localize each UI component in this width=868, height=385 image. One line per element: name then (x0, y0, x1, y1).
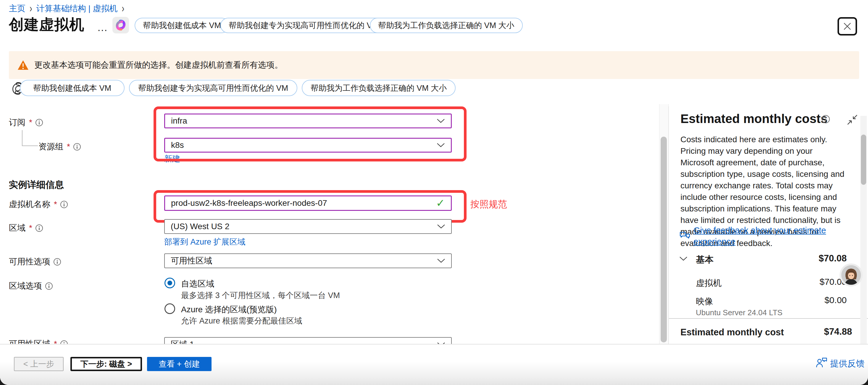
availability-options-label: 可用性选项 (9, 256, 61, 267)
resource-group-value: k8s (171, 140, 184, 150)
suggestion-vm-size-button[interactable]: 帮助我为工作负载选择正确的 VM 大小 (302, 80, 456, 96)
suggestion-low-cost-button[interactable]: 帮助我创建低成本 VM (20, 80, 125, 96)
chevron-down-icon[interactable] (679, 256, 687, 261)
availability-zone-label: 可用性区域* (9, 338, 68, 344)
page-title: 创建虚拟机 (9, 15, 84, 35)
radio-azure-selected-zones-description: 允许 Azure 根据需要分配最佳区域 (181, 316, 302, 326)
subscription-label: 订阅* (9, 117, 43, 128)
copilot-button[interactable] (113, 17, 129, 33)
region-select[interactable]: (US) West US 2 (164, 219, 452, 234)
vm-name-input[interactable]: prod-usw2-k8s-freeleaps-worker-nodes-07 … (164, 195, 452, 211)
cost-panel-title: Estimated monthly costs (680, 112, 828, 126)
next-disks-button[interactable]: 下一步: 磁盘 > (70, 357, 142, 371)
info-icon[interactable] (821, 115, 830, 124)
availability-zone-row: 可用性区域* 区域 1 (0, 333, 659, 344)
vm-name-label: 虚拟机名称* (9, 199, 68, 210)
panel-scrollbar-thumb[interactable] (861, 134, 866, 185)
radio-self-selected-zones[interactable] (164, 278, 175, 288)
radio-self-selected-zones-label: 自选区域 (181, 278, 214, 289)
info-icon[interactable] (45, 282, 53, 290)
panel-divider (669, 106, 669, 344)
annotation-text: 按照规范 (470, 198, 507, 211)
create-new-resource-group-link[interactable]: 新建 (164, 154, 180, 164)
copilot-suggestion-low-cost[interactable]: 帮助我创建低成本 VM (134, 18, 229, 33)
avatar-image (841, 265, 861, 285)
total-cost-label: Estimated monthly cost (680, 327, 784, 338)
cost-item-image-amount: $0.00 (769, 295, 847, 305)
chevron-down-icon (437, 143, 445, 148)
resource-group-select[interactable]: k8s (164, 138, 452, 153)
breadcrumb-separator-icon: › (30, 2, 32, 15)
info-icon[interactable] (53, 258, 61, 266)
copilot-icon (114, 18, 127, 32)
main-scrollbar-thumb[interactable] (661, 137, 667, 343)
chevron-down-icon (437, 119, 445, 123)
instance-details-heading: 实例详细信息 (9, 179, 64, 191)
estimate-feedback-link[interactable]: Give feedback about your estimate experi… (693, 225, 853, 247)
breadcrumb-separator-icon: › (122, 2, 125, 15)
region-label: 区域* (9, 222, 43, 234)
valid-check-icon: ✓ (436, 197, 445, 210)
radio-self-selected-zones-description: 最多选择 3 个可用性区域，每个区域一台 VM (181, 290, 340, 301)
cost-divider (669, 318, 868, 319)
more-options-button[interactable]: … (97, 21, 108, 34)
info-icon[interactable] (73, 143, 81, 151)
cost-item-vm-name: 虚拟机 (696, 277, 721, 289)
availability-zone-select[interactable]: 区域 1 (164, 337, 452, 344)
resource-group-label: 资源组* (38, 141, 81, 152)
region-value: (US) West US 2 (171, 222, 229, 231)
breadcrumb: 主页 › 计算基础结构 | 虚拟机 › (9, 3, 124, 14)
warning-icon (17, 60, 29, 70)
chevron-down-icon (437, 258, 445, 263)
feedback-chat-icon (679, 229, 691, 242)
info-icon[interactable] (60, 200, 68, 208)
extended-zones-link[interactable]: 部署到 Azure 扩展区域 (164, 236, 246, 247)
suggestion-high-availability-button[interactable]: 帮助我创建专为实现高可用性而优化的 VM (129, 80, 297, 96)
chevron-down-icon (437, 224, 445, 229)
cost-group-amount: $70.08 (769, 253, 847, 264)
availability-options-select[interactable]: 可用性区域 (164, 253, 452, 268)
radio-azure-selected-zones-label: Azure 选择的区域(预览版) (181, 304, 277, 315)
radio-azure-selected-zones[interactable] (164, 303, 175, 314)
info-icon[interactable] (35, 119, 43, 127)
cost-item-image-name: 映像 (696, 296, 713, 308)
provide-feedback-link[interactable]: 提供反馈 (830, 358, 864, 370)
feedback-person-icon (815, 357, 828, 368)
subscription-select[interactable]: infra (164, 114, 452, 128)
collapse-panel-icon[interactable] (847, 114, 858, 125)
copilot-suggestion-vm-size[interactable]: 帮助我为工作负载选择正确的 VM 大小 (370, 18, 523, 33)
warning-text: 更改基本选项可能会重置所做的选择。创建虚拟机前查看所有选项。 (34, 59, 283, 71)
subscription-value: infra (171, 116, 187, 126)
cost-item-image-note: Ubuntu Server 24.04 LTS (696, 308, 782, 317)
warning-banner: 更改基本选项可能会重置所做的选择。创建虚拟机前查看所有选项。 (9, 51, 859, 79)
vm-name-value: prod-usw2-k8s-freeleaps-worker-nodes-07 (171, 198, 327, 208)
avatar[interactable] (840, 263, 863, 287)
review-create-button[interactable]: 查看 + 创建 (147, 357, 212, 371)
availability-options-value: 可用性区域 (171, 255, 212, 266)
zone-options-label: 区域选项 (9, 280, 53, 292)
previous-button[interactable]: < 上一步 (14, 357, 64, 371)
breadcrumb-home-link[interactable]: 主页 (9, 3, 26, 14)
close-icon (842, 21, 852, 31)
breadcrumb-compute-link[interactable]: 计算基础结构 | 虚拟机 (36, 3, 118, 14)
cost-group-name[interactable]: 基本 (696, 254, 714, 266)
info-icon[interactable] (35, 224, 43, 232)
total-cost-amount: $74.88 (775, 326, 852, 337)
copilot-suggestion-high-availability[interactable]: 帮助我创建专为实现高可用性而优化的 VM (220, 18, 387, 33)
info-icon[interactable] (60, 340, 68, 344)
cost-item-vm-amount: $70.08 (769, 277, 847, 287)
create-vm-page: 主页 › 计算基础结构 | 虚拟机 › 创建虚拟机 … 帮助我创建低成本 VM … (0, 0, 868, 385)
close-button[interactable] (838, 17, 857, 35)
tree-connector (22, 130, 23, 146)
tree-connector (22, 146, 38, 146)
availability-zone-value: 区域 1 (171, 339, 194, 344)
